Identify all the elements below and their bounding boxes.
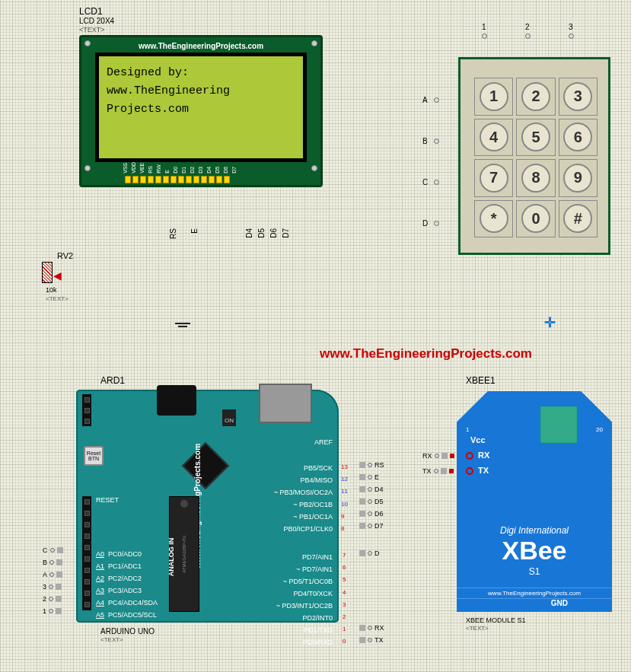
net-label-d7: D7: [359, 522, 384, 530]
keypad-row-d: D: [422, 219, 428, 228]
xbee-vcc-label: Vcc: [470, 435, 486, 444]
arduino-digital-pins-bottom: PD7/AIN1 ~ PD7/AIN1 ~ PD5/T1/OC0B PD4/T0…: [276, 551, 333, 648]
screw-hole: [311, 40, 317, 46]
net-label-rs: RS: [359, 461, 384, 469]
lcd-pin-labels: VSS VDD VEE RS RW E D0 D1 D2 D3 D4 D5 D6…: [122, 162, 237, 174]
xbee-chip: [540, 406, 577, 443]
keypad-col-2: 2: [525, 23, 530, 31]
keypad-col-3: 3: [569, 23, 573, 31]
wire-label-d5: D5: [257, 228, 266, 238]
keypad-key-9[interactable]: 9: [563, 164, 592, 193]
keypad-key-4[interactable]: 4: [480, 123, 508, 151]
keypad-terminal: [482, 33, 487, 39]
keypad-key-1[interactable]: 1: [480, 82, 508, 111]
keypad-module[interactable]: 1 2 3 4 5 6 7 8 9 * 0 #: [458, 57, 610, 255]
net-label-rx: RX: [359, 624, 384, 632]
xbee-pin-1: 1: [466, 426, 469, 433]
net-label-tx: TX: [359, 636, 384, 644]
arduino-digital-pins-top: PB5/SCK PB4/MISO ~ PB3/MOSI/OC2A ~ PB2/O…: [274, 462, 333, 535]
net-label-d5: D5: [359, 498, 384, 505]
net-label-b: B: [43, 559, 62, 566]
screw-hole: [84, 165, 91, 171]
keypad-col-1: 1: [482, 23, 486, 31]
net-label-a: A: [43, 571, 62, 578]
wire-label-d4: D4: [245, 228, 253, 238]
lcd-screen: Designed by: www.TheEngineering Projects…: [95, 53, 307, 162]
arduino-header-left: [82, 496, 91, 610]
wire-label-d7: D7: [282, 228, 290, 238]
xbee-digi-label: Digi International: [457, 525, 612, 536]
lcd-id: LCD1: [79, 6, 103, 17]
xbee-series: S1: [457, 566, 612, 577]
rv2-text-attr: <TEXT>: [46, 295, 69, 302]
net-label-xbee-rx: RX: [422, 452, 454, 460]
keypad-key-2[interactable]: 2: [521, 82, 550, 111]
net-label-e: E: [359, 473, 379, 481]
xbee-tx-pin: [466, 467, 473, 475]
arduino-text-attr: <TEXT>: [100, 636, 123, 643]
arduino-analog-label: ANALOG IN: [167, 538, 175, 577]
arduino-board[interactable]: Reset BTN ON www.TheEngineeringProjects.…: [76, 390, 339, 623]
keypad-key-hash[interactable]: #: [563, 204, 592, 233]
xbee-brand-url: www.TheEngineeringProjects.com: [457, 588, 612, 599]
lcd-line-4: Projects.com: [107, 100, 295, 119]
net-label-1: 1: [43, 607, 62, 615]
xbee-tx-label: TX: [478, 466, 489, 475]
net-label-xbee-tx: TX: [422, 467, 454, 475]
screw-hole: [84, 40, 91, 46]
keypad-row-b: B: [422, 137, 428, 145]
keypad-key-3[interactable]: 3: [563, 82, 592, 111]
keypad-terminal: [434, 221, 439, 226]
keypad-key-7[interactable]: 7: [480, 164, 508, 193]
arduino-model: ARDUINO UNO: [100, 627, 155, 635]
keypad-row-a: A: [422, 96, 428, 104]
keypad-key-0[interactable]: 0: [521, 204, 550, 233]
arduino-on-led: ON: [222, 409, 236, 426]
rv2-id: RV2: [57, 251, 73, 260]
arduino-mcu-name: ATMEGA328P-PU: [182, 535, 186, 572]
net-label-d6: D6: [359, 510, 384, 518]
keypad-key-star[interactable]: *: [480, 204, 508, 233]
lcd-model: LCD 20X4: [79, 17, 114, 25]
watermark-url: www.TheEngineeringProjects.com: [320, 346, 532, 361]
arduino-reset-button[interactable]: Reset BTN: [84, 446, 104, 466]
lcd-pins: [125, 176, 230, 183]
wire-label-d6: D6: [269, 228, 278, 238]
rv2-value: 10k: [46, 286, 57, 294]
keypad-key-8[interactable]: 8: [521, 164, 550, 193]
keypad-key-5[interactable]: 5: [521, 123, 550, 151]
arduino-crystal: [182, 442, 229, 489]
arduino-usb-port: [259, 384, 312, 423]
arduino-id: ARD1: [100, 375, 125, 386]
xbee-rx-label: RX: [478, 451, 489, 460]
net-label-d: D: [359, 549, 380, 557]
net-label-c: C: [43, 546, 63, 554]
keypad-terminal: [434, 180, 439, 185]
xbee-module[interactable]: 1 20 Vcc RX TX Digi International XBee S…: [457, 391, 612, 612]
arduino-barrel-jack: [157, 385, 196, 416]
xbee-id: XBEE1: [466, 375, 496, 386]
arduino-aref-label: AREF: [314, 438, 333, 446]
xbee-rx-pin: [466, 452, 473, 460]
lcd-line-3: www.TheEngineering: [107, 82, 295, 100]
lcd-text-attr: <TEXT>: [79, 26, 105, 33]
xbee-name: XBee: [457, 536, 612, 565]
xbee-pin-20: 20: [596, 426, 603, 433]
cursor-crosshair-icon: ✛: [544, 314, 556, 331]
keypad-key-6[interactable]: 6: [563, 123, 592, 151]
ground-symbol: [175, 323, 190, 333]
net-label-3: 3: [43, 583, 62, 591]
lcd-line-1: Designed by:: [107, 64, 295, 82]
rv2-potentiometer[interactable]: [42, 262, 53, 283]
lcd-module[interactable]: www.TheEngineeringProjects.com Designed …: [79, 35, 323, 187]
xbee-model: XBEE MODULE S1: [466, 616, 526, 624]
keypad-terminal: [434, 97, 439, 103]
screw-hole: [311, 165, 317, 171]
keypad-terminal: [569, 33, 574, 39]
xbee-text-attr: <TEXT>: [466, 625, 489, 632]
rv2-wiper-icon: ◀: [53, 269, 62, 282]
net-label-d4: D4: [359, 486, 384, 493]
arduino-analog-pins: A0 PC0/ADC0 A1 PC1/ADC1 A2 PC2/ADC2 A3 P…: [96, 548, 158, 621]
arduino-reset-pin-label: RESET: [96, 496, 119, 504]
keypad-terminal: [525, 33, 531, 39]
